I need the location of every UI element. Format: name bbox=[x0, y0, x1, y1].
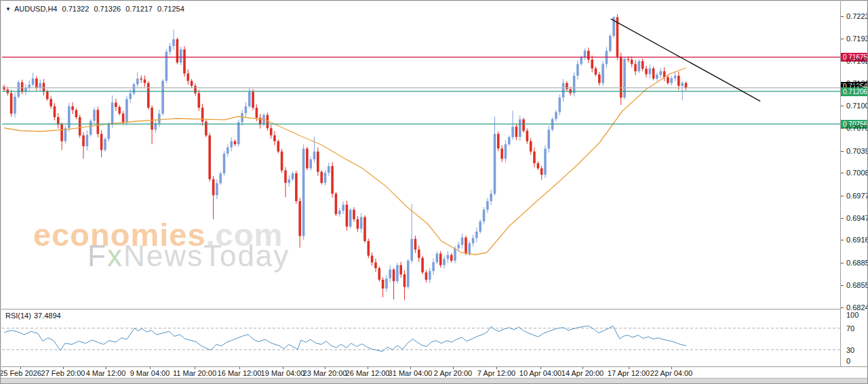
date-label: 23 Mar 20:00 bbox=[303, 369, 347, 377]
price-tick-label: 0.70085 bbox=[846, 169, 868, 177]
descending-trendline[interactable] bbox=[611, 19, 760, 102]
date-label: 27 Feb 20:00 bbox=[41, 369, 85, 377]
date-label: 7 Apr 12:00 bbox=[477, 369, 515, 377]
price-tick-label: 0.71930 bbox=[846, 35, 868, 43]
price-tick-label: 0.70390 bbox=[846, 147, 868, 155]
rsi-value: 37.4894 bbox=[34, 312, 61, 320]
price-tick-label: 0.68550 bbox=[846, 281, 868, 289]
price-tick-label: 0.71005 bbox=[846, 102, 868, 110]
price-tick-label: 0.69775 bbox=[846, 192, 868, 200]
bear-candle-bodies bbox=[3, 18, 687, 289]
rsi-scale-label: 100 bbox=[846, 311, 859, 319]
price-tick-label: 0.71315 bbox=[846, 79, 868, 87]
rsi-indicator-name: RSI(14) bbox=[5, 312, 31, 320]
chart-canvas[interactable] bbox=[1, 1, 868, 384]
support1-price-label[interactable]: 0.71206 bbox=[841, 87, 868, 96]
chevron-down-icon[interactable]: ▼ bbox=[5, 6, 11, 12]
symbol-timeframe: AUDUSD,H4 bbox=[14, 5, 58, 13]
quote-bar[interactable]: ▼AUDUSD,H4 0.71322 0.71326 0.71217 0.712… bbox=[5, 5, 187, 13]
rsi-scale-label: 0 bbox=[846, 357, 850, 365]
date-label: 10 Apr 04:00 bbox=[519, 369, 561, 377]
rsi-line[interactable] bbox=[4, 326, 686, 351]
window-bottom-strip bbox=[1, 378, 868, 384]
date-label: 26 Mar 12:00 bbox=[346, 369, 390, 377]
price-tick-label: 0.69470 bbox=[846, 214, 868, 222]
date-label: 11 Mar 20:00 bbox=[173, 369, 216, 377]
price-tick-label: 0.69165 bbox=[846, 236, 868, 244]
axis-separator-vertical bbox=[840, 1, 841, 366]
rsi-header: RSI(14)37.4894 bbox=[5, 312, 64, 320]
date-label: 17 Apr 12:00 bbox=[608, 369, 650, 377]
bull-candle-bodies bbox=[14, 18, 684, 289]
date-label: 9 Mar 04:00 bbox=[130, 369, 170, 377]
pane-separator[interactable] bbox=[1, 309, 840, 310]
quote-close: 0.71254 bbox=[157, 5, 184, 13]
date-label: 16 Mar 12:00 bbox=[218, 369, 262, 377]
rsi-scale-label: 30 bbox=[846, 346, 854, 354]
date-label: 19 Mar 04:00 bbox=[261, 369, 305, 377]
rsi-scale-label: 70 bbox=[846, 324, 854, 333]
quote-low: 0.71217 bbox=[125, 5, 153, 13]
quote-open: 0.71322 bbox=[62, 5, 90, 13]
quote-high: 0.71326 bbox=[94, 5, 121, 13]
moving-average-line[interactable] bbox=[4, 68, 686, 255]
chart-window: economies.com FxNewsToday ▼AUDUSD,H4 0.7… bbox=[0, 0, 868, 384]
date-label: 25 Feb 2026 bbox=[0, 369, 41, 377]
price-tick-label: 0.71620 bbox=[846, 57, 868, 65]
price-tick-label: 0.70700 bbox=[846, 124, 868, 132]
date-label: 22 Apr 04:00 bbox=[650, 369, 692, 377]
time-axis-separator bbox=[1, 366, 868, 367]
price-tick-label: 0.68855 bbox=[846, 259, 868, 267]
price-tick-label: 0.72235 bbox=[846, 12, 868, 20]
date-label: 4 Mar 12:00 bbox=[86, 369, 126, 377]
date-label: 14 Apr 20:00 bbox=[561, 369, 604, 377]
date-label: 2 Apr 20:00 bbox=[434, 369, 472, 377]
date-label: 31 Mar 04:00 bbox=[389, 369, 433, 377]
